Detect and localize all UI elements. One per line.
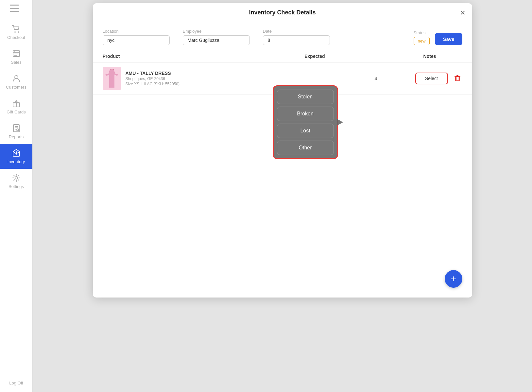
date-field: Date [263, 29, 330, 45]
svg-point-0 [14, 31, 16, 33]
product-size-sku: Size XS, LILAC (SKU: 552950) [126, 82, 180, 86]
sidebar-label-checkout: Checkout [7, 35, 25, 40]
sidebar: Checkout Sales Customers Gift Cards [0, 0, 33, 392]
th-product: Product [103, 54, 273, 59]
inventory-check-modal: Inventory Check Details ✕ Location Emplo… [93, 3, 472, 298]
employee-field: Employee [183, 29, 250, 45]
sidebar-item-reports[interactable]: Reports [0, 119, 32, 144]
sidebar-item-customers[interactable]: Customers [0, 69, 32, 94]
location-field: Location [103, 29, 170, 45]
th-notes: Notes [423, 54, 436, 59]
option-lost[interactable]: Lost [277, 124, 334, 138]
delete-row-button[interactable] [453, 73, 462, 84]
sidebar-label-giftcards: Gift Cards [7, 110, 26, 114]
svg-point-20 [15, 177, 18, 179]
cart-icon [12, 24, 21, 33]
table-header: Product Expected Notes [93, 50, 472, 62]
sidebar-item-inventory[interactable]: Inventory [0, 144, 32, 169]
product-expected: 4 [350, 76, 402, 81]
product-name: AMU - TALLY DRESS [126, 71, 180, 76]
sidebar-label-customers: Customers [6, 85, 26, 90]
option-broken[interactable]: Broken [277, 107, 334, 121]
option-other[interactable]: Other [277, 141, 334, 155]
status-label: Status [414, 30, 430, 35]
form-row: Location Employee Date Status new [93, 22, 472, 50]
employee-label: Employee [183, 29, 250, 34]
reports-icon [12, 124, 21, 133]
hamburger-menu[interactable] [10, 3, 23, 13]
location-input[interactable] [103, 35, 170, 45]
sidebar-item-settings[interactable]: Settings [0, 169, 32, 194]
settings-icon [12, 173, 21, 182]
option-stolen[interactable]: Stolen [277, 90, 334, 104]
table-row: AMU - TALLY DRESS Shoptiques, GE-20436 S… [93, 62, 472, 95]
sidebar-item-giftcards[interactable]: Gift Cards [0, 94, 32, 119]
employee-input[interactable] [183, 35, 250, 45]
customers-icon [12, 74, 21, 83]
modal-header: Inventory Check Details ✕ [93, 3, 472, 22]
status-badge: new [414, 37, 430, 45]
product-thumbnail [103, 67, 121, 90]
svg-rect-21 [455, 77, 459, 81]
sidebar-label-settings: Settings [9, 184, 24, 189]
notes-area: Select [415, 73, 462, 84]
main-content: Inventory Check Details ✕ Location Emplo… [33, 0, 532, 392]
dropdown-popup: Stolen Broken Lost Other [273, 85, 338, 159]
dropdown-arrow [337, 119, 343, 126]
date-input[interactable] [263, 35, 330, 45]
add-fab-button[interactable]: + [445, 270, 462, 288]
modal-title: Inventory Check Details [249, 9, 316, 16]
product-brand: Shoptiques, GE-20436 [126, 77, 180, 81]
sidebar-label-reports: Reports [9, 134, 24, 139]
location-label: Location [103, 29, 170, 34]
sidebar-item-sales[interactable]: Sales [0, 44, 32, 69]
dress-image [105, 69, 118, 88]
th-expected: Expected [273, 54, 325, 59]
logoff-button[interactable]: Log Off [9, 381, 23, 385]
status-field: Status new [414, 30, 430, 45]
date-label: Date [263, 29, 330, 34]
modal-close-button[interactable]: ✕ [460, 9, 466, 16]
inventory-icon [12, 148, 21, 158]
modal-overlay: Inventory Check Details ✕ Location Emplo… [33, 0, 532, 392]
product-info: AMU - TALLY DRESS Shoptiques, GE-20436 S… [126, 71, 180, 86]
form-right: Status new Save [414, 30, 462, 45]
notes-select-button[interactable]: Select [415, 73, 448, 84]
svg-point-1 [18, 31, 19, 33]
sidebar-label-sales: Sales [11, 60, 22, 65]
sidebar-label-inventory: Inventory [8, 159, 25, 164]
trash-icon [454, 74, 461, 81]
giftcards-icon [12, 99, 21, 108]
save-button[interactable]: Save [435, 33, 462, 45]
sidebar-item-checkout[interactable]: Checkout [0, 20, 32, 44]
sales-icon [12, 49, 21, 58]
